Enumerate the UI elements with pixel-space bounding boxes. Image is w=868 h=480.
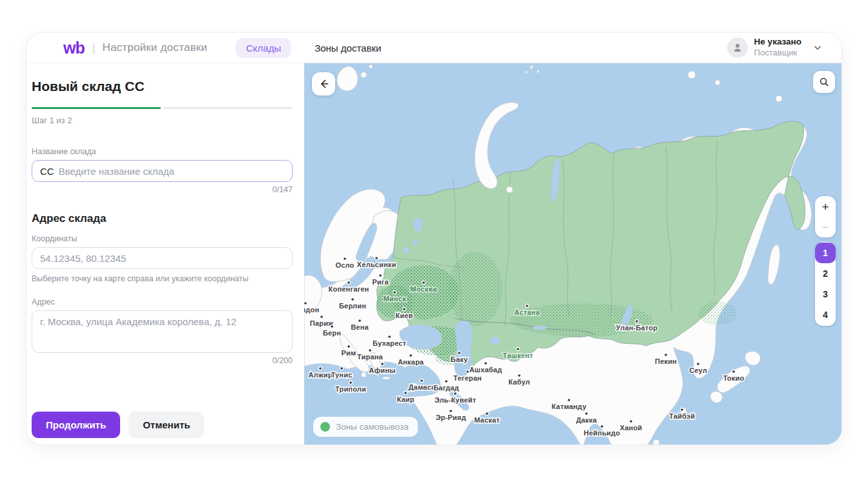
coords-helper-text: Выберите точку на карте справа или укажи… xyxy=(32,274,293,283)
app-title: Настройки доставки xyxy=(102,41,207,54)
svg-text:Алжир: Алжир xyxy=(308,371,332,379)
svg-text:Бухарест: Бухарест xyxy=(373,339,406,347)
name-prefix: СС xyxy=(40,166,54,177)
svg-text:Минск: Минск xyxy=(383,295,406,303)
person-icon xyxy=(732,42,743,54)
map-page-selector: 1234 xyxy=(815,242,836,326)
progress-track xyxy=(163,107,293,109)
svg-text:Астана: Астана xyxy=(514,308,540,316)
svg-text:Москва: Москва xyxy=(410,285,437,293)
map-page-4[interactable]: 4 xyxy=(815,305,836,325)
svg-text:Рим: Рим xyxy=(342,349,356,357)
name-char-counter: 0/147 xyxy=(32,185,293,194)
step-progress-bar xyxy=(32,107,293,109)
map-canvas[interactable]: ОслоХельсинкиРигаКопенгагенБерлинЛондонП… xyxy=(304,63,842,445)
svg-text:Тирана: Тирана xyxy=(357,353,384,361)
chevron-down-icon[interactable] xyxy=(813,43,822,52)
wb-logo: wb xyxy=(63,40,85,56)
svg-text:Рига: Рига xyxy=(372,278,389,286)
svg-text:Баку: Баку xyxy=(451,355,468,363)
arrow-left-icon xyxy=(318,78,329,90)
svg-text:Сеул: Сеул xyxy=(689,366,707,374)
logo-divider: | xyxy=(92,41,96,55)
svg-text:Хельсинки: Хельсинки xyxy=(357,261,397,268)
address-textarea[interactable]: г. Москва, улица Академика королева, д. … xyxy=(32,310,293,353)
svg-text:Багдад: Багдад xyxy=(433,384,459,392)
address-field-label: Адрес xyxy=(32,297,293,306)
legend: Зоны самовывоза xyxy=(313,417,418,437)
svg-text:Ташкент: Ташкент xyxy=(503,352,533,359)
svg-text:Осло: Осло xyxy=(335,261,354,269)
map-page-2[interactable]: 2 xyxy=(815,263,836,284)
svg-text:Кабул: Кабул xyxy=(508,378,530,386)
coords-field-label: Координаты xyxy=(32,234,293,243)
svg-text:Киев: Киев xyxy=(395,312,413,319)
svg-text:Тайбэй: Тайбэй xyxy=(669,412,695,420)
svg-text:Тегеран: Тегеран xyxy=(453,374,482,382)
coords-placeholder: 54.12345, 80.12345 xyxy=(40,253,126,264)
address-section-title: Адрес склада xyxy=(32,212,293,225)
svg-text:Афины: Афины xyxy=(369,366,395,374)
zoom-control: + − xyxy=(815,196,836,237)
page-title: Новый склад СС xyxy=(32,79,293,94)
svg-text:Берлин: Берлин xyxy=(339,302,366,310)
map-panel[interactable]: ОслоХельсинкиРигаКопенгагенБерлинЛондонП… xyxy=(304,63,842,445)
cancel-button[interactable]: Отменить xyxy=(129,412,204,438)
user-name: Не указано xyxy=(754,37,801,48)
avatar xyxy=(727,37,748,58)
svg-text:Париж: Париж xyxy=(310,319,333,327)
legend-label: Зоны самовывоза xyxy=(336,422,409,432)
tab-sklady[interactable]: Склады xyxy=(236,38,291,58)
svg-text:Эль-Кувейт: Эль-Кувейт xyxy=(435,396,477,404)
svg-text:Анкара: Анкара xyxy=(398,358,424,366)
coordinates-input[interactable]: 54.12345, 80.12345 xyxy=(32,247,293,269)
svg-text:Триполи: Триполи xyxy=(335,385,366,393)
svg-text:Ашхабад: Ашхабад xyxy=(470,366,502,374)
map-page-3[interactable]: 3 xyxy=(815,284,836,305)
svg-text:Эр-Рияд: Эр-Рияд xyxy=(435,414,466,421)
zone-color-dot xyxy=(320,422,330,432)
zoom-out-button[interactable]: − xyxy=(815,217,836,237)
app-card: wb | Настройки доставки Склады Зоны дост… xyxy=(26,32,842,445)
back-button[interactable] xyxy=(312,72,335,95)
form-actions: Продолжить Отменить xyxy=(32,412,204,438)
svg-text:Берн: Берн xyxy=(323,329,341,337)
svg-text:Нейпьидо: Нейпьидо xyxy=(584,429,620,437)
name-field-label: Название склада xyxy=(32,147,293,156)
new-warehouse-form: Новый склад СС Шаг 1 из 2 Название склад… xyxy=(26,63,304,445)
address-placeholder: г. Москва, улица Академика королева, д. … xyxy=(40,316,236,327)
svg-text:Дакка: Дакка xyxy=(576,416,597,424)
step-label: Шаг 1 из 2 xyxy=(32,115,293,125)
svg-text:Пекин: Пекин xyxy=(655,357,677,365)
search-button[interactable] xyxy=(813,71,835,93)
svg-text:Улан-Батор: Улан-Батор xyxy=(616,324,657,332)
address-char-counter: 0/200 xyxy=(32,356,293,365)
map-page-1[interactable]: 1 xyxy=(815,243,836,263)
svg-text:Тунис: Тунис xyxy=(331,371,353,379)
svg-text:Катманду: Катманду xyxy=(552,403,587,410)
zoom-in-button[interactable]: + xyxy=(815,196,836,217)
header-tabs: Склады Зоны доставки xyxy=(236,38,391,58)
progress-fill xyxy=(32,107,161,109)
search-icon xyxy=(819,77,829,87)
warehouse-name-input[interactable]: СС Введите название склада xyxy=(32,160,293,182)
svg-text:Лондон: Лондон xyxy=(304,306,319,314)
svg-text:Ханой: Ханой xyxy=(620,424,643,432)
tab-zony-dostavki[interactable]: Зоны доставки xyxy=(304,38,391,58)
user-role: Поставщик xyxy=(754,48,801,58)
svg-text:Вена: Вена xyxy=(351,323,369,331)
name-placeholder: Введите название склада xyxy=(59,166,174,177)
continue-button[interactable]: Продолжить xyxy=(32,412,120,438)
zone-dense-volga xyxy=(448,252,502,326)
header: wb | Настройки доставки Склады Зоны дост… xyxy=(26,33,842,63)
user-menu[interactable]: Не указано Поставщик xyxy=(727,37,822,58)
svg-text:Дамаск: Дамаск xyxy=(409,383,435,391)
svg-text:Маскат: Маскат xyxy=(474,416,500,424)
zone-dense-fareast xyxy=(698,302,737,325)
svg-text:Токио: Токио xyxy=(723,374,745,382)
svg-text:Каир: Каир xyxy=(397,395,414,403)
svg-text:Копенгаген: Копенгаген xyxy=(329,285,369,293)
